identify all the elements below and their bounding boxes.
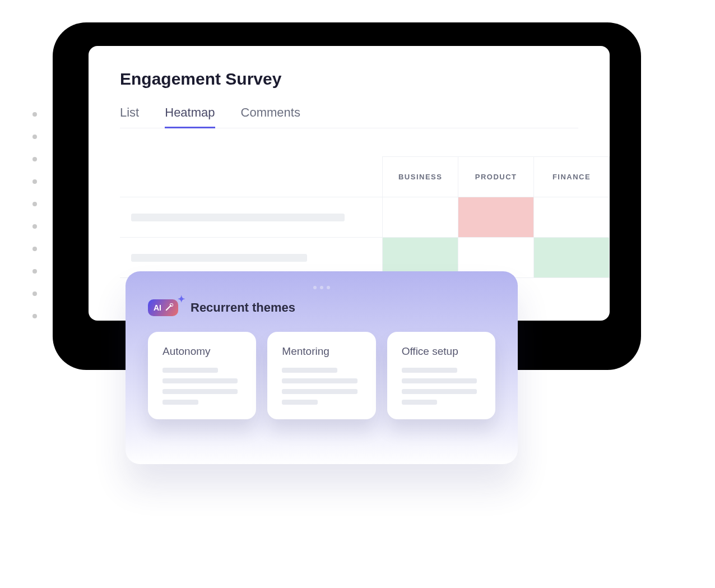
ai-badge: AI ✦ xyxy=(148,299,178,316)
skeleton-line xyxy=(162,400,198,405)
heatmap-cell[interactable] xyxy=(534,238,610,278)
heatmap-table: BUSINESS PRODUCT FINANCE xyxy=(120,156,610,278)
skeleton-line xyxy=(402,368,457,373)
heatmap-cell[interactable] xyxy=(458,197,534,238)
skeleton-line xyxy=(282,389,357,394)
theme-card-office-setup[interactable]: Office setup xyxy=(387,332,495,419)
heatmap-cell[interactable] xyxy=(383,197,458,238)
skeleton-line xyxy=(162,389,238,394)
skeleton-line xyxy=(162,378,238,383)
skeleton-line xyxy=(402,400,438,405)
ai-themes-panel: AI ✦ Recurrent themes Autonomy Mentoring… xyxy=(126,271,518,464)
heatmap-col-product: PRODUCT xyxy=(458,157,534,197)
sparkle-icon: ✦ xyxy=(178,294,185,304)
skeleton-line xyxy=(402,378,477,383)
theme-card-title: Mentoring xyxy=(282,345,361,358)
skeleton-line xyxy=(282,400,318,405)
theme-cards-row: Autonomy Mentoring Office setup xyxy=(148,332,495,419)
theme-card-mentoring[interactable]: Mentoring xyxy=(267,332,375,419)
skeleton-line xyxy=(282,368,337,373)
wand-icon xyxy=(165,304,173,312)
tab-bar: List Heatmap Comments xyxy=(120,105,578,128)
heatmap-row xyxy=(120,197,610,238)
heatmap-area: BUSINESS PRODUCT FINANCE xyxy=(89,156,610,278)
skeleton-line xyxy=(282,378,357,383)
heatmap-col-finance: FINANCE xyxy=(534,157,610,197)
panel-handle-dots xyxy=(148,281,495,291)
heatmap-row-label xyxy=(120,197,383,238)
heatmap-col-business: BUSINESS xyxy=(383,157,458,197)
tab-list[interactable]: List xyxy=(120,105,139,128)
page-title: Engagement Survey xyxy=(120,70,578,89)
skeleton-line xyxy=(402,389,477,394)
themes-header: AI ✦ Recurrent themes xyxy=(148,299,495,316)
theme-card-autonomy[interactable]: Autonomy xyxy=(148,332,256,419)
theme-card-title: Office setup xyxy=(402,345,481,358)
ai-badge-text: AI xyxy=(154,303,161,312)
tab-heatmap[interactable]: Heatmap xyxy=(165,105,215,128)
themes-title: Recurrent themes xyxy=(191,300,295,315)
heatmap-cell[interactable] xyxy=(534,197,610,238)
theme-card-title: Autonomy xyxy=(162,345,242,358)
skeleton-line xyxy=(162,368,218,373)
tab-comments[interactable]: Comments xyxy=(241,105,300,128)
